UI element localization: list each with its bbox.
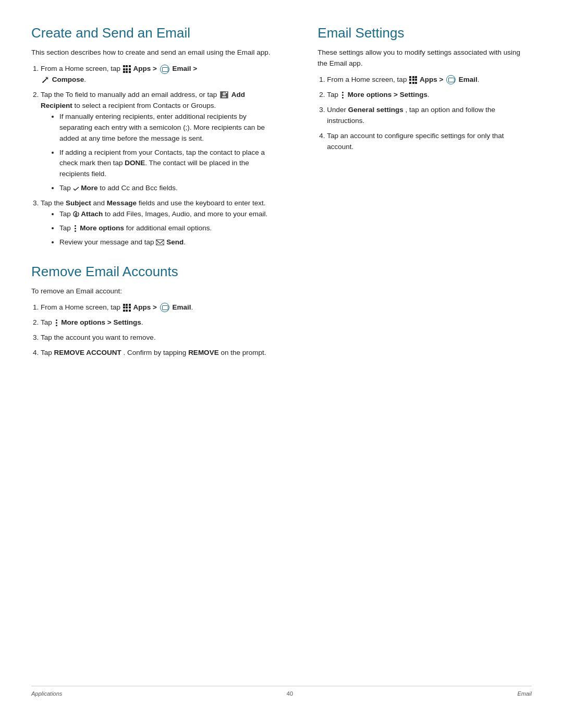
section-create-email: Create and Send an Email This section de…: [31, 25, 276, 248]
svg-rect-8: [226, 92, 227, 93]
section-create-email-intro: This section describes how to create and…: [31, 47, 276, 58]
left-column: Create and Send an Email This section de…: [31, 25, 297, 686]
settings-step-4-text: Tap an account to configure specific set…: [327, 132, 504, 151]
remove-step-1: From a Home screen, tap Apps > Email.: [41, 302, 276, 313]
section-remove-email-intro: To remove an Email account:: [31, 286, 276, 297]
step3-text-before: Tap the: [41, 199, 66, 207]
apps-grid-icon: [123, 65, 131, 73]
create-email-steps: From a Home screen, tap Apps > Email >: [41, 64, 276, 248]
svg-point-5: [223, 92, 226, 95]
step3-and: and: [93, 199, 107, 207]
remove-step-4: Tap REMOVE ACCOUNT . Confirm by tapping …: [41, 348, 276, 359]
remove-step-2: Tap More options > Settings.: [41, 317, 276, 328]
svg-line-10: [156, 243, 158, 244]
svg-rect-6: [222, 96, 226, 97]
step3-bullets: Tap Attach to add Files, Images, Audio, …: [59, 209, 276, 248]
step1-text-before: From a Home screen, tap: [41, 65, 123, 72]
svg-line-11: [162, 243, 164, 244]
settings-step-1: From a Home screen, tap Apps > Email.: [327, 75, 532, 85]
more-options-icon-3: [341, 91, 345, 98]
attach-icon: [73, 211, 79, 218]
step3-subject-label: Subject: [66, 199, 91, 207]
create-email-step-3: Tap the Subject and Message fields and u…: [41, 198, 276, 248]
step1-apps-label: Apps >: [133, 65, 159, 72]
step3-bullet-3: Review your message and tap Send.: [59, 237, 276, 248]
page-footer: Applications 40 Email: [31, 686, 532, 697]
step3-bullet-2: Tap More options for additional email op…: [59, 223, 276, 234]
step2-bullets: If manually entering recipients, enter a…: [59, 112, 276, 194]
step3-bullet-1: Tap Attach to add Files, Images, Audio, …: [59, 209, 276, 220]
remove-email-steps: From a Home screen, tap Apps > Email. Ta…: [41, 302, 276, 359]
section-remove-email: Remove Email Accounts To remove an Email…: [31, 264, 276, 359]
remove-step-3-text: Tap the account you want to remove.: [41, 334, 156, 341]
email-settings-steps: From a Home screen, tap Apps > Email. Ta…: [327, 75, 532, 153]
step3-text-after: fields and use the keyboard to enter tex…: [139, 199, 266, 207]
page: Create and Send an Email This section de…: [0, 0, 563, 728]
columns: Create and Send an Email This section de…: [31, 25, 532, 686]
section-email-settings-intro: These settings allow you to modify setti…: [317, 47, 532, 69]
checkmark-more-icon: [73, 187, 79, 191]
step3-message-label: Message: [107, 199, 137, 207]
settings-step-4: Tap an account to configure specific set…: [327, 131, 532, 153]
section-remove-email-title: Remove Email Accounts: [31, 264, 276, 280]
section-email-settings-title: Email Settings: [317, 25, 532, 41]
step2-text: Tap the To field to manually add an emai…: [41, 91, 219, 98]
compose-pencil-icon: [42, 76, 49, 83]
apps-grid-icon-3: [409, 76, 417, 84]
add-recipient-icon: [220, 91, 228, 98]
step2-text2: to select a recipient from Contacts or G…: [75, 102, 216, 109]
step2-bullet-1: If manually entering recipients, enter a…: [59, 112, 276, 144]
apps-grid-icon-2: [123, 304, 131, 312]
section-create-email-title: Create and Send an Email: [31, 25, 276, 41]
section-email-settings: Email Settings These settings allow you …: [317, 25, 532, 153]
create-email-step-1: From a Home screen, tap Apps > Email >: [41, 64, 276, 85]
remove-step-3: Tap the account you want to remove.: [41, 332, 276, 343]
settings-step-3: Under General settings , tap an option a…: [327, 105, 532, 127]
step2-bullet-2: If adding a recipient from your Contacts…: [59, 147, 276, 180]
email-circle-icon-1: [160, 65, 169, 74]
step1-compose-label: Compose: [52, 76, 84, 83]
step1-email-label: Email >: [172, 65, 197, 72]
settings-step-2: Tap More options > Settings.: [327, 90, 532, 101]
footer-right: Email: [517, 690, 532, 697]
more-options-icon-inline: [74, 225, 78, 232]
send-icon: [156, 239, 164, 245]
right-column: Email Settings These settings allow you …: [297, 25, 532, 686]
step2-bullet-3: Tap More to add Cc and Bcc fields.: [59, 183, 276, 194]
email-circle-icon-3: [446, 75, 456, 84]
more-options-icon-2: [55, 319, 59, 326]
footer-left: Applications: [31, 690, 62, 697]
email-circle-icon-2: [160, 303, 169, 312]
footer-center-page-number: 40: [287, 690, 293, 697]
create-email-step-2: Tap the To field to manually add an emai…: [41, 90, 276, 194]
